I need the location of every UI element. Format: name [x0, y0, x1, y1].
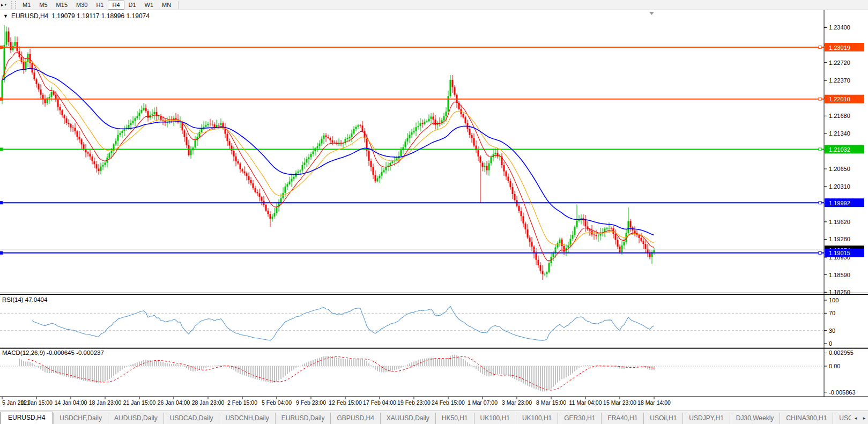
time-tick-label: 12 Feb 15:00 — [329, 399, 362, 406]
candle-body — [486, 166, 488, 170]
candle-body — [379, 176, 381, 178]
chart-tab-eurusd-h4[interactable]: EURUSD,H4 — [0, 412, 53, 424]
chart-tab-usdjpy-h1[interactable]: USDJPY,H1 — [682, 413, 729, 424]
candle-body — [102, 165, 104, 167]
candle-body — [152, 114, 153, 115]
candle-body — [362, 125, 363, 131]
hline-right-handle[interactable] — [819, 148, 821, 151]
hline-left-handle[interactable] — [0, 251, 3, 255]
candle-body — [512, 187, 514, 194]
chart-tab-audusd-daily[interactable]: AUDUSD,Daily — [108, 413, 164, 424]
candle-body — [370, 161, 372, 167]
chart-tab-usoil[interactable]: USOil — [833, 413, 851, 424]
candle-body — [75, 128, 76, 131]
tab-scroll-right-icon[interactable]: ► — [860, 413, 868, 424]
hline-left-handle[interactable] — [0, 148, 3, 151]
candle-body — [44, 99, 46, 103]
timeframe-button-d1[interactable]: D1 — [124, 1, 140, 10]
chart-tab-uk100-h1[interactable]: UK100,H1 — [516, 413, 558, 424]
candle-body — [523, 216, 524, 224]
candle-body — [508, 176, 509, 181]
candle-body — [255, 188, 256, 192]
candle-body — [548, 263, 550, 272]
timeframe-button-w1[interactable]: W1 — [140, 1, 158, 10]
timeframe-button-m1[interactable]: M1 — [18, 1, 35, 10]
hline-left-handle[interactable] — [0, 98, 3, 101]
candle-body — [244, 172, 246, 174]
candle-body — [529, 237, 531, 242]
time-tick-label: 8 Mar 15:00 — [536, 399, 566, 406]
chart-tab-dj30-weekly[interactable]: DJ30,Weekly — [730, 413, 780, 424]
toolbar-grip[interactable] — [11, 1, 16, 9]
candle-body — [482, 163, 484, 167]
candle-body — [42, 95, 44, 99]
chart-shift-marker[interactable] — [649, 12, 654, 15]
hline-right-handle[interactable] — [819, 202, 821, 204]
chart-tab-china300-h1[interactable]: CHINA300,H1 — [780, 413, 833, 424]
candle-body — [120, 133, 121, 135]
chart-tab-hk50-h1[interactable]: HK50,H1 — [435, 413, 474, 424]
candle-body — [265, 205, 267, 211]
candle-body — [36, 79, 38, 84]
chart-tab-usdcnh-daily[interactable]: USDCNH,Daily — [219, 413, 275, 424]
candle-body — [572, 235, 574, 239]
hline-right-handle[interactable] — [819, 98, 821, 100]
candle-body — [420, 123, 421, 127]
candle-body — [407, 138, 409, 142]
hline-left-handle[interactable] — [0, 46, 3, 49]
tab-scroll-left-icon[interactable]: ◄ — [852, 413, 859, 424]
candle-body — [448, 96, 449, 111]
candle-body — [624, 242, 625, 246]
chart-tab-eurusd-daily[interactable]: EURUSD,Daily — [275, 413, 331, 424]
candle-body — [218, 125, 220, 125]
chart-tab-usdchf-daily[interactable]: USDCHF,Daily — [53, 413, 108, 424]
timeframe-button-mn[interactable]: MN — [158, 1, 175, 10]
candle-body — [328, 137, 329, 138]
candle-body — [313, 151, 314, 154]
candle-body — [289, 182, 291, 184]
candle-body — [609, 228, 610, 229]
chart-tab-usdcad-daily[interactable]: USDCAD,Daily — [164, 413, 219, 424]
timeframe-button-m30[interactable]: M30 — [72, 1, 92, 10]
candle-body — [212, 124, 213, 124]
chart-tab-usoil-h1[interactable]: USOil,H1 — [643, 413, 682, 424]
candle-body — [285, 187, 286, 193]
chart-canvas[interactable]: 1.234001.230601.227201.223701.220301.216… — [0, 10, 868, 411]
pointer-icon[interactable]: ▸ — [0, 0, 5, 10]
candle-body — [521, 211, 522, 217]
chart-tab-uk100-h1[interactable]: UK100,H1 — [474, 413, 516, 424]
chart-tab-xauusd-daily[interactable]: XAUUSD,Daily — [380, 413, 435, 424]
candle-body — [538, 260, 539, 265]
candle-body — [6, 32, 8, 45]
candle-body — [233, 151, 235, 157]
candle-body — [49, 97, 50, 99]
candle-body — [235, 157, 237, 161]
time-tick-label: 18 Jan 23:00 — [89, 399, 122, 406]
candle-body — [634, 230, 636, 233]
candle-body — [495, 153, 496, 154]
timeframe-button-m5[interactable]: M5 — [35, 1, 51, 10]
candle-body — [90, 154, 91, 157]
candle-body — [321, 139, 323, 144]
candle-body — [227, 133, 228, 141]
timeframe-button-m15[interactable]: M15 — [52, 1, 72, 10]
timeframe-button-h1[interactable]: H1 — [92, 1, 108, 10]
candle-body — [94, 161, 95, 165]
candle-body — [190, 150, 192, 155]
candle-body — [72, 128, 74, 128]
hline-right-handle[interactable] — [819, 46, 821, 49]
svg-text:1.22010: 1.22010 — [829, 96, 850, 102]
candle-body — [188, 145, 190, 155]
hline-left-handle[interactable] — [0, 201, 3, 204]
chart-tab-gbpusd-h4[interactable]: GBPUSD,H4 — [330, 413, 380, 424]
candle-body — [60, 107, 61, 110]
chart-tab-ger30-h1[interactable]: GER30,H1 — [558, 413, 601, 424]
timeframe-button-h4[interactable]: H4 — [108, 1, 124, 10]
candle-body — [411, 132, 413, 135]
chart-collapse-icon[interactable]: ▼ — [3, 13, 8, 19]
dropdown-caret-icon[interactable]: ▾ — [5, 3, 9, 7]
candle-body — [355, 127, 357, 129]
hline-right-handle[interactable] — [819, 251, 821, 254]
chart-tab-fra40-h1[interactable]: FRA40,H1 — [601, 413, 643, 424]
candle-body — [598, 236, 599, 236]
